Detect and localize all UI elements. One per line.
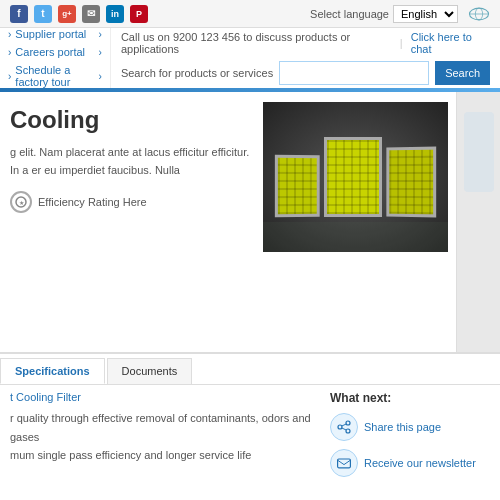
breadcrumb-link[interactable]: t Cooling Filter bbox=[10, 391, 320, 403]
tab-documents[interactable]: Documents bbox=[107, 358, 193, 384]
svg-line-8 bbox=[342, 424, 346, 426]
factory-tour-link[interactable]: › Schedule a factory tour › bbox=[8, 61, 102, 91]
chevron-right-icon: › bbox=[99, 29, 102, 40]
tab-specifications[interactable]: Specifications bbox=[0, 358, 105, 384]
language-selector[interactable]: Select language English bbox=[310, 5, 490, 23]
feature-list: r quality through effective removal of c… bbox=[10, 409, 320, 465]
feature-item: mum single pass efficiency and longer se… bbox=[10, 446, 320, 465]
share-label: Share this page bbox=[364, 421, 441, 433]
efficiency-label: Efficiency Rating Here bbox=[38, 196, 147, 208]
call-text: Call us on 9200 123 456 to discuss produ… bbox=[121, 31, 392, 55]
chevron-right-icon: › bbox=[99, 71, 102, 82]
contact-bar: Call us on 9200 123 456 to discuss produ… bbox=[121, 31, 490, 55]
share-icon bbox=[330, 413, 358, 441]
search-button[interactable]: Search bbox=[435, 61, 490, 85]
linkedin-icon[interactable]: in bbox=[106, 5, 124, 23]
svg-point-5 bbox=[346, 421, 350, 425]
language-dropdown[interactable]: English bbox=[393, 5, 458, 23]
efficiency-badge: ★ Efficiency Rating Here bbox=[10, 191, 251, 213]
arrow-icon: › bbox=[8, 71, 11, 82]
efficiency-icon: ★ bbox=[10, 191, 32, 213]
chat-link[interactable]: Click here to chat bbox=[411, 31, 490, 55]
content-left-panel: Cooling g elit. Nam placerat ante at lac… bbox=[0, 92, 263, 352]
tabs-section: Specifications Documents t Cooling Filte… bbox=[0, 352, 500, 491]
search-bar: Search for products or services Search bbox=[121, 61, 490, 85]
careers-portal-link[interactable]: › Careers portal › bbox=[8, 43, 102, 61]
what-next-panel: What next: Share this page bbox=[330, 391, 490, 485]
newsletter-icon bbox=[330, 449, 358, 477]
twitter-icon[interactable]: t bbox=[34, 5, 52, 23]
feature-item: r quality through effective removal of c… bbox=[10, 409, 320, 446]
newsletter-item[interactable]: Receive our newsletter bbox=[330, 449, 490, 477]
main-content: Cooling g elit. Nam placerat ante at lac… bbox=[0, 92, 500, 352]
nav-right-panel: Call us on 9200 123 456 to discuss produ… bbox=[111, 28, 500, 88]
world-map-icon bbox=[468, 6, 490, 22]
factory-tour-label: Schedule a factory tour bbox=[15, 64, 98, 88]
tab-content-left: t Cooling Filter r quality through effec… bbox=[10, 391, 320, 485]
supplier-portal-label: Supplier portal bbox=[15, 28, 86, 40]
pinterest-icon[interactable]: P bbox=[130, 5, 148, 23]
nav-left-panel: › Supplier portal › › Careers portal › ›… bbox=[0, 28, 111, 88]
nav-bar: › Supplier portal › › Careers portal › ›… bbox=[0, 28, 500, 88]
tabs-row: Specifications Documents bbox=[0, 354, 500, 385]
filter-box-medium bbox=[387, 147, 437, 218]
product-image-area bbox=[263, 92, 456, 352]
svg-point-6 bbox=[338, 425, 342, 429]
arrow-icon: › bbox=[8, 29, 11, 40]
filter-box-large bbox=[324, 137, 382, 217]
email-icon[interactable]: ✉ bbox=[82, 5, 100, 23]
search-label: Search for products or services bbox=[121, 67, 273, 79]
newsletter-label: Receive our newsletter bbox=[364, 457, 476, 469]
product-image bbox=[263, 102, 448, 252]
svg-rect-10 bbox=[338, 459, 351, 468]
googleplus-icon[interactable]: g+ bbox=[58, 5, 76, 23]
filter-boxes-group bbox=[275, 137, 436, 217]
chevron-right-icon: › bbox=[99, 47, 102, 58]
share-page-item[interactable]: Share this page bbox=[330, 413, 490, 441]
svg-line-9 bbox=[342, 428, 346, 430]
right-sidebar bbox=[456, 92, 500, 352]
svg-point-7 bbox=[346, 429, 350, 433]
search-input[interactable] bbox=[279, 61, 429, 85]
facebook-icon[interactable]: f bbox=[10, 5, 28, 23]
svg-text:★: ★ bbox=[19, 200, 24, 206]
page-description: g elit. Nam placerat ante at lacus effic… bbox=[10, 144, 251, 179]
what-next-title: What next: bbox=[330, 391, 490, 405]
language-label: Select language bbox=[310, 8, 389, 20]
supplier-portal-link[interactable]: › Supplier portal › bbox=[8, 25, 102, 43]
arrow-icon: › bbox=[8, 47, 11, 58]
careers-portal-label: Careers portal bbox=[15, 46, 85, 58]
tab-content-area: t Cooling Filter r quality through effec… bbox=[0, 385, 500, 491]
filter-box-small bbox=[275, 155, 320, 218]
separator: | bbox=[400, 37, 403, 49]
newsletter-svg bbox=[336, 455, 352, 471]
page-title: Cooling bbox=[10, 106, 251, 134]
social-icons-group: f t g+ ✉ in P bbox=[10, 5, 148, 23]
social-bar: f t g+ ✉ in P Select language English bbox=[0, 0, 500, 28]
rating-icon: ★ bbox=[15, 196, 27, 208]
share-svg bbox=[336, 419, 352, 435]
